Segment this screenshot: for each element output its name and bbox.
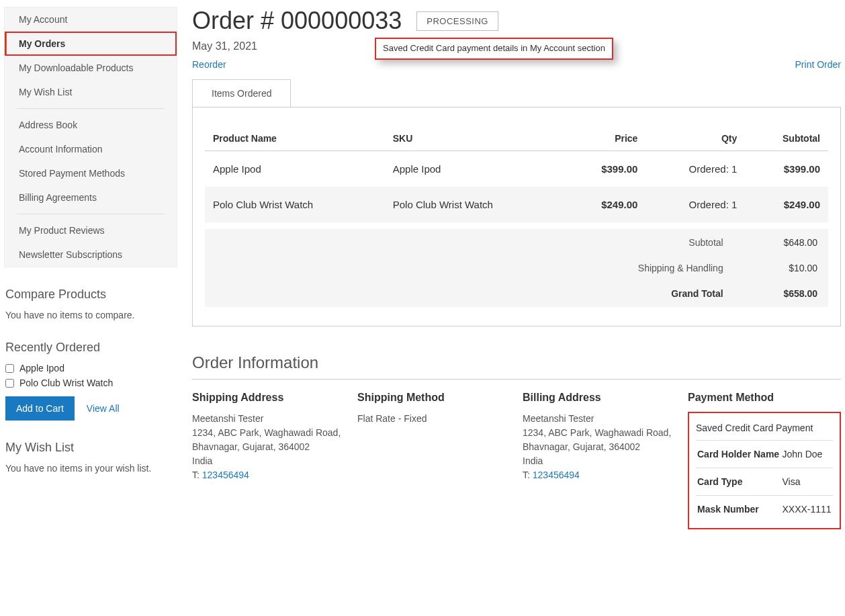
addr-line: India — [192, 454, 345, 468]
compare-title: Compare Products — [5, 288, 176, 302]
wishlist-section: My Wish List You have no items in your w… — [5, 441, 176, 474]
recent-item-row: Polo Club Wrist Watch — [5, 378, 176, 388]
pm-key: Card Holder Name — [696, 441, 781, 468]
col-subtotal: Subtotal — [745, 126, 828, 151]
cell-subtotal: $249.00 — [745, 187, 828, 222]
billing-address-title: Billing Address — [523, 392, 676, 404]
nav-account-info[interactable]: Account Information — [5, 137, 177, 161]
cell-sku: Apple Ipod — [385, 151, 565, 187]
recent-item-checkbox[interactable] — [5, 379, 14, 388]
cell-sku: Polo Club Wrist Watch — [385, 187, 565, 222]
nav-address-book[interactable]: Address Book — [5, 113, 177, 137]
reorder-link[interactable]: Reorder — [192, 59, 226, 70]
nav-separator — [17, 214, 165, 214]
phone-link[interactable]: 123456494 — [533, 470, 580, 480]
nav-downloadable[interactable]: My Downloadable Products — [5, 56, 177, 80]
print-order-link[interactable]: Print Order — [795, 59, 841, 70]
subtotal-value: $648.00 — [734, 230, 827, 255]
addr-name: Meetanshi Tester — [523, 412, 676, 426]
billing-address-col: Billing Address Meetanshi Tester 1234, A… — [523, 392, 676, 529]
status-badge: PROCESSING — [416, 11, 498, 31]
payment-method-title: Payment Method — [688, 392, 841, 404]
grand-total-value: $658.00 — [734, 281, 827, 306]
recent-item-label: Apple Ipod — [19, 363, 64, 373]
addr-line: 1234, ABC Park, Waghawadi Road, — [192, 426, 345, 440]
payment-method-box: Saved Credit Card Payment Card Holder Na… — [688, 412, 841, 529]
nav-my-orders[interactable]: My Orders — [5, 32, 177, 56]
phone-label: T: — [523, 470, 530, 480]
table-row: Polo Club Wrist Watch Polo Club Wrist Wa… — [205, 187, 828, 222]
shipping-value: $10.00 — [734, 256, 827, 280]
phone-link[interactable]: 123456494 — [202, 470, 249, 480]
cell-name: Apple Ipod — [205, 151, 385, 187]
phone-label: T: — [192, 470, 199, 480]
payment-method-name: Saved Credit Card Payment — [696, 419, 833, 440]
wishlist-title: My Wish List — [5, 441, 176, 455]
nav-reviews[interactable]: My Product Reviews — [5, 218, 177, 243]
nav-billing-agreements[interactable]: Billing Agreements — [5, 185, 177, 210]
nav-my-account[interactable]: My Account — [5, 7, 177, 32]
order-info-title: Order Information — [192, 353, 841, 372]
recent-item-label: Polo Club Wrist Watch — [19, 378, 113, 388]
addr-name: Meetanshi Tester — [192, 412, 345, 426]
cell-price: $249.00 — [564, 187, 646, 222]
grand-total-label: Grand Total — [206, 281, 733, 306]
cell-subtotal: $399.00 — [745, 151, 828, 187]
add-to-cart-button[interactable]: Add to Cart — [5, 396, 75, 421]
items-table: Product Name SKU Price Qty Subtotal Appl… — [205, 126, 828, 222]
order-totals: Subtotal $648.00 Shipping & Handling $10… — [205, 229, 828, 307]
view-all-link[interactable]: View All — [87, 403, 120, 414]
shipping-method-col: Shipping Method Flat Rate - Fixed — [357, 392, 510, 529]
cell-qty: Ordered: 1 — [646, 187, 745, 222]
addr-line: 1234, ABC Park, Waghawadi Road, — [523, 426, 676, 440]
addr-line: India — [523, 454, 676, 468]
addr-line: Bhavnagar, Gujarat, 364002 — [192, 440, 345, 454]
compare-products-section: Compare Products You have no items to co… — [5, 288, 176, 320]
shipping-address-col: Shipping Address Meetanshi Tester 1234, … — [192, 392, 345, 529]
account-nav: My Account My Orders My Downloadable Pro… — [4, 7, 177, 267]
wishlist-empty-text: You have no items in your wish list. — [5, 463, 176, 474]
pm-val: XXXX-1111 — [781, 496, 833, 523]
cell-price: $399.00 — [564, 151, 646, 187]
shipping-address-title: Shipping Address — [192, 392, 345, 404]
shipping-label: Shipping & Handling — [206, 256, 733, 280]
addr-line: Bhavnagar, Gujarat, 364002 — [523, 440, 676, 454]
nav-wishlist[interactable]: My Wish List — [5, 80, 177, 104]
col-sku: SKU — [385, 126, 565, 151]
cell-qty: Ordered: 1 — [646, 151, 745, 187]
col-qty: Qty — [646, 126, 745, 151]
recent-title: Recently Ordered — [5, 341, 176, 355]
recent-item-row: Apple Ipod — [5, 363, 176, 373]
col-product-name: Product Name — [205, 126, 385, 151]
items-ordered-box: Product Name SKU Price Qty Subtotal Appl… — [192, 107, 841, 326]
col-price: Price — [564, 126, 646, 151]
table-row: Apple Ipod Apple Ipod $399.00 Ordered: 1… — [205, 151, 828, 187]
nav-separator — [17, 108, 165, 109]
nav-stored-payment[interactable]: Stored Payment Methods — [5, 161, 177, 185]
pm-key: Mask Number — [696, 496, 781, 523]
cell-name: Polo Club Wrist Watch — [205, 187, 385, 222]
payment-method-col: Payment Method Saved Credit Card Payment… — [688, 392, 841, 529]
separator — [192, 379, 841, 380]
pm-val: John Doe — [781, 441, 833, 468]
pm-val: Visa — [781, 468, 833, 496]
annotation-callout: Saved Credit Card payment details in My … — [375, 38, 613, 60]
recent-item-checkbox[interactable] — [5, 364, 14, 373]
recently-ordered-section: Recently Ordered Apple Ipod Polo Club Wr… — [5, 341, 176, 421]
compare-empty-text: You have no items to compare. — [5, 310, 176, 320]
page-title: Order # 000000033 — [192, 7, 402, 35]
subtotal-label: Subtotal — [206, 230, 733, 255]
shipping-method-value: Flat Rate - Fixed — [357, 412, 510, 426]
nav-newsletter[interactable]: Newsletter Subscriptions — [5, 243, 177, 267]
shipping-method-title: Shipping Method — [357, 392, 510, 404]
tab-items-ordered[interactable]: Items Ordered — [192, 79, 291, 107]
pm-key: Card Type — [696, 468, 781, 496]
payment-details-table: Card Holder Name John Doe Card Type Visa… — [696, 440, 833, 523]
